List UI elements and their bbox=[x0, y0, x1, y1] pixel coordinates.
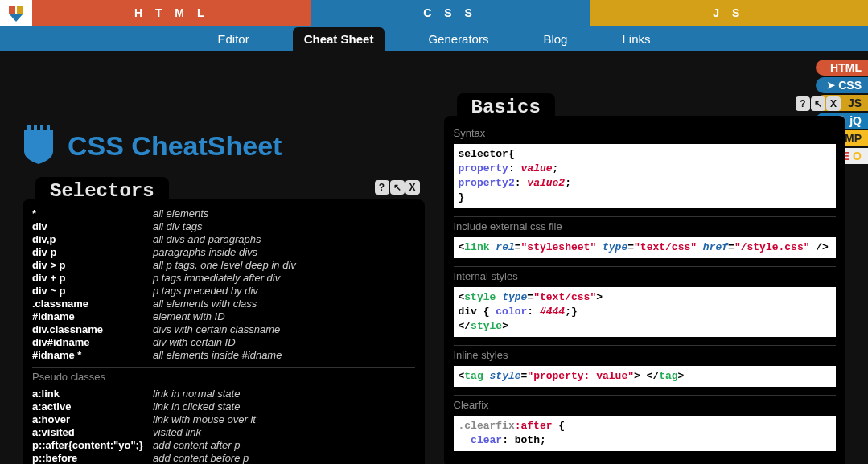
selector-code: .classname bbox=[32, 298, 153, 310]
selector-code: div > p bbox=[32, 259, 153, 272]
selector-row: div ~ pp tags preceded by div bbox=[32, 285, 415, 298]
pseudo-code: p::after{content:"yo";} bbox=[32, 439, 153, 452]
selector-row: div.classnamedivs with certain classname bbox=[32, 323, 415, 336]
selector-desc: all elements bbox=[153, 207, 208, 220]
card-basics-title: Basics bbox=[457, 93, 555, 121]
help-button[interactable]: ? bbox=[796, 96, 810, 111]
clearfix-block: .clearfix:after { clear: both; bbox=[454, 416, 837, 451]
expand-button[interactable]: ↖ bbox=[390, 180, 405, 195]
subnav: Editor Cheat Sheet Generators Blog Links bbox=[0, 26, 868, 51]
subnav-generators[interactable]: Generators bbox=[417, 27, 500, 51]
selector-row: *all elements bbox=[32, 207, 415, 220]
selector-code: div#idname bbox=[32, 336, 153, 349]
selector-row: div + pp tags immediately after div bbox=[32, 272, 415, 285]
selector-desc: all elements inside #idname bbox=[153, 349, 282, 362]
close-button[interactable]: X bbox=[405, 180, 420, 195]
clearfix-label: Clearfix bbox=[454, 395, 837, 414]
page-title: CSS CheatSheet bbox=[68, 130, 282, 162]
pseudo-row: a:hoverlink with mouse over it bbox=[32, 413, 415, 426]
pseudo-desc: visited link bbox=[153, 426, 201, 439]
svg-rect-4 bbox=[40, 125, 43, 133]
arrow-icon: ➤ bbox=[827, 80, 835, 91]
pseudo-row: a:visitedvisited link bbox=[32, 426, 415, 439]
selector-code: div p bbox=[32, 246, 153, 259]
selector-code: * bbox=[32, 207, 153, 220]
svg-rect-5 bbox=[47, 125, 50, 133]
pseudo-row: a:linklink in normal state bbox=[32, 388, 415, 400]
selector-desc: all p tags, one level deep in div bbox=[153, 259, 296, 272]
selector-row: div#idnamediv with certain ID bbox=[32, 336, 415, 349]
selector-desc: all divs and paragraphs bbox=[153, 233, 261, 246]
selector-row: div pparagraphs inside divs bbox=[32, 246, 415, 259]
selector-row: .classnameall elements with class bbox=[32, 298, 415, 310]
pseudo-code: a:active bbox=[32, 400, 153, 413]
shield-icon bbox=[23, 124, 55, 167]
pseudo-row: a:activelink in clicked state bbox=[32, 400, 415, 413]
selector-desc: element with ID bbox=[153, 310, 225, 323]
selector-desc: p tags immediately after div bbox=[153, 272, 280, 285]
selector-code: #idname * bbox=[32, 349, 153, 362]
pseudo-row: p::after{content:"yo";}add content after… bbox=[32, 439, 415, 452]
subnav-links[interactable]: Links bbox=[611, 27, 661, 51]
card-selectors-title: Selectors bbox=[35, 177, 169, 205]
external-block: <link rel="stylesheet" type="text/css" h… bbox=[454, 237, 837, 258]
pseudo-code: p::before bbox=[32, 452, 153, 464]
subnav-blog[interactable]: Blog bbox=[532, 27, 578, 51]
pseudo-row: p::beforeadd content before p bbox=[32, 452, 415, 464]
pseudo-desc: add content after p bbox=[153, 439, 240, 452]
logo-icon[interactable] bbox=[0, 0, 32, 26]
external-label: Include external css file bbox=[454, 216, 837, 236]
svg-rect-1 bbox=[17, 6, 23, 14]
badge-css-label: CSS bbox=[838, 79, 862, 92]
selector-desc: p tags preceded by div bbox=[153, 285, 258, 298]
selector-row: #idname *all elements inside #idname bbox=[32, 349, 415, 362]
card-selectors: Selectors ? ↖ X *all elementsdivall div … bbox=[23, 199, 425, 464]
pseudo-desc: add content before p bbox=[153, 452, 249, 464]
internal-block: <style type="text/css"> div { color: #44… bbox=[454, 287, 837, 337]
pseudo-desc: link in normal state bbox=[153, 388, 240, 400]
selector-desc: divs with certain classname bbox=[153, 323, 280, 336]
pseudo-desc: link with mouse over it bbox=[153, 413, 256, 426]
pseudo-desc: link in clicked state bbox=[153, 400, 240, 413]
expand-button[interactable]: ↖ bbox=[811, 96, 825, 111]
pseudo-code: a:link bbox=[32, 388, 153, 400]
selector-code: div,p bbox=[32, 233, 153, 246]
tab-js[interactable]: J S bbox=[590, 0, 868, 26]
svg-rect-3 bbox=[34, 125, 37, 133]
selector-row: div,pall divs and paragraphs bbox=[32, 233, 415, 246]
pseudo-code: a:hover bbox=[32, 413, 153, 426]
syntax-label: Syntax bbox=[454, 124, 837, 142]
selector-code: div bbox=[32, 220, 153, 233]
selector-code: div.classname bbox=[32, 323, 153, 336]
selector-row: divall div tags bbox=[32, 220, 415, 233]
subnav-editor[interactable]: Editor bbox=[207, 27, 261, 51]
selector-desc: paragraphs inside divs bbox=[153, 246, 257, 259]
badge-css[interactable]: ➤CSS bbox=[816, 77, 868, 93]
selector-code: div ~ p bbox=[32, 285, 153, 298]
selector-row: div > pall p tags, one level deep in div bbox=[32, 259, 415, 272]
selector-desc: all div tags bbox=[153, 220, 202, 233]
close-button[interactable]: X bbox=[826, 96, 841, 111]
selector-desc: div with certain ID bbox=[153, 336, 236, 349]
inline-label: Inline styles bbox=[454, 345, 837, 364]
pseudo-label: Pseudo classes bbox=[32, 367, 415, 386]
subnav-cheat[interactable]: Cheat Sheet bbox=[293, 27, 385, 51]
inline-block: <tag style="property: value"> </tag> bbox=[454, 366, 837, 387]
tab-html[interactable]: H T M L bbox=[32, 0, 311, 26]
selector-code: #idname bbox=[32, 310, 153, 323]
syntax-block: selector{ property: value; property2: va… bbox=[454, 144, 837, 208]
selector-desc: all elements with class bbox=[153, 298, 257, 310]
pseudo-code: a:visited bbox=[32, 426, 153, 439]
internal-label: Internal styles bbox=[454, 266, 837, 285]
help-button[interactable]: ? bbox=[375, 180, 389, 195]
selector-code: div + p bbox=[32, 272, 153, 285]
svg-rect-2 bbox=[27, 125, 31, 133]
tab-css[interactable]: C S S bbox=[311, 0, 589, 26]
selector-row: #idnameelement with ID bbox=[32, 310, 415, 323]
card-basics: Basics ? ↖ X Syntax selector{ property: … bbox=[444, 116, 846, 464]
svg-rect-0 bbox=[9, 6, 15, 14]
badge-jq-label: jQ bbox=[849, 114, 862, 127]
badge-html[interactable]: HTML bbox=[816, 60, 868, 76]
